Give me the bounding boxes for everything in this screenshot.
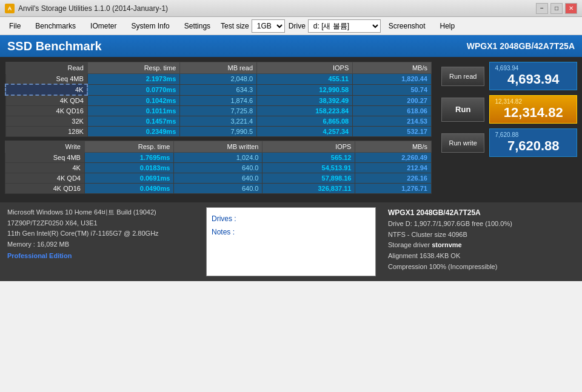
testsize-select[interactable]: 1GB	[252, 19, 285, 33]
bottom-sysinfo: Microsoft Windows 10 Home 64비트 Build (19…	[0, 202, 201, 281]
menu-iometer[interactable]: IOmeter	[84, 19, 123, 33]
table-row: 4K QD16 0.1011ms 7,725.8 158,223.84 618.…	[5, 106, 432, 116]
resp-time: 0.2349ms	[87, 127, 179, 137]
bottom-driveinfo: WPGX1 2048GB/42A7T25A Drive D: 1,907.7/1…	[381, 202, 582, 281]
mbs: 200.27	[353, 95, 432, 106]
iops: 158,223.84	[257, 106, 353, 116]
row-label: 4K QD16	[5, 106, 87, 116]
row-label: 4K	[5, 84, 87, 95]
mbs: 214.53	[353, 116, 432, 127]
row-label: Seq 4MB	[5, 74, 87, 85]
mbs: 226.16	[355, 173, 432, 184]
pro-edition-label: Professional Edition	[7, 251, 194, 262]
iops: 326,837.11	[263, 184, 355, 194]
row-label: 32K	[5, 116, 87, 127]
mb-read: 7,725.8	[180, 106, 257, 116]
row-label: 128K	[5, 127, 87, 137]
iops: 455.11	[257, 74, 353, 85]
table-row: Seq 4MB 1.7695ms 1,024.0 565.12 2,260.49	[5, 153, 432, 163]
alignment-info: Alignment 1638.4KB OK	[388, 251, 575, 262]
window-controls: − □ ✕	[536, 3, 577, 14]
app-icon: A	[5, 4, 15, 13]
read-resptime-header: Resp. time	[87, 62, 179, 74]
resp-time: 0.0691ms	[84, 173, 173, 184]
drive-control: Drive d: [새 볼륨]	[289, 19, 381, 33]
table-row: 4K QD16 0.0490ms 640.0 326,837.11 1,276.…	[5, 184, 432, 194]
mb-written: 640.0	[174, 163, 263, 173]
read-score-value: 4,693.94	[495, 71, 572, 87]
storage-driver-info: Storage driver stornvme	[388, 240, 575, 251]
resp-time: 0.0183ms	[84, 163, 173, 173]
mbs: 1,276.71	[355, 184, 432, 194]
drives-label: Drives :	[212, 213, 370, 226]
benchmark-area: Read Resp. time MB read IOPS MB/s Seq 4M…	[0, 57, 436, 202]
menu-help[interactable]: Help	[433, 19, 462, 33]
drive-identifier: WPGX1 2048GB/42A7T25A	[467, 41, 575, 51]
mb-written: 640.0	[174, 173, 263, 184]
iops: 57,898.16	[263, 173, 355, 184]
bottom-bar: Microsoft Windows 10 Home 64비트 Build (19…	[0, 202, 582, 281]
drive-name: WPGX1 2048GB/42A7T25A	[388, 207, 575, 219]
mb-read: 1,874.6	[180, 95, 257, 106]
menu-benchmarks[interactable]: Benchmarks	[28, 19, 82, 33]
overall-score-box: 12,314.82 12,314.82	[489, 95, 577, 124]
sys-line2: 17Z90P/T2ZF0250 X64, U3E1	[7, 218, 194, 229]
table-row: 128K 0.2349ms 7,990.5 4,257.34 532.17	[5, 127, 432, 137]
read-table: Read Resp. time MB read IOPS MB/s Seq 4M…	[5, 62, 432, 137]
table-row: 4K QD4 0.0691ms 640.0 57,898.16 226.16	[5, 173, 432, 184]
iops: 12,990.58	[257, 84, 353, 95]
right-panel: Run read 4,693.94 4,693.94 Run 12,314.82…	[436, 57, 582, 202]
iops: 4,257.34	[257, 127, 353, 137]
resp-time: 0.0770ms	[87, 84, 179, 95]
row-label: 4K QD4	[5, 95, 87, 106]
app-icon-letter: A	[8, 5, 12, 12]
main-content: Read Resp. time MB read IOPS MB/s Seq 4M…	[0, 57, 582, 202]
maximize-button[interactable]: □	[550, 3, 563, 14]
minimize-button[interactable]: −	[536, 3, 548, 14]
overall-score-row: Run 12,314.82 12,314.82	[441, 95, 577, 124]
resp-time: 1.7695ms	[84, 153, 173, 163]
drive-select[interactable]: d: [새 볼륨]	[308, 19, 381, 33]
write-mbs-header: MB/s	[355, 141, 432, 153]
iops: 38,392.49	[257, 95, 353, 106]
mb-read: 634.3	[180, 84, 257, 95]
resp-time: 0.1042ms	[87, 95, 179, 106]
run-read-button[interactable]: Run read	[441, 67, 484, 86]
mbs: 2,260.49	[355, 153, 432, 163]
table-row: 4K 0.0183ms 640.0 54,513.91 212.94	[5, 163, 432, 173]
bottom-notes[interactable]: Drives : Notes :	[206, 207, 376, 276]
mb-read: 7,990.5	[180, 127, 257, 137]
title-bar-left: A Anvil's Storage Utilities 1.1.0 (2014-…	[5, 4, 168, 13]
menu-file[interactable]: File	[2, 19, 27, 33]
drive-label: Drive	[289, 22, 306, 30]
sys-line4: Memory : 16,092 MB	[7, 239, 194, 250]
write-score-value: 7,620.88	[495, 138, 572, 154]
drive-info2: NTFS - Cluster size 4096B	[388, 230, 575, 241]
mbs: 1,820.44	[353, 74, 432, 85]
mbs: 50.74	[353, 84, 432, 95]
read-score-box: 4,693.94 4,693.94	[489, 62, 577, 90]
sys-line3: 11th Gen Intel(R) Core(TM) i7-1165G7 @ 2…	[7, 228, 194, 239]
run-button[interactable]: Run	[441, 98, 484, 122]
run-write-button[interactable]: Run write	[441, 133, 484, 153]
write-table: Write Resp. time MB written IOPS MB/s Se…	[5, 141, 432, 194]
app-title: SSD Benchmark	[7, 39, 102, 53]
write-score-box: 7,620.88 7,620.88	[489, 128, 577, 157]
read-mb-header: MB read	[180, 62, 257, 74]
menu-settings[interactable]: Settings	[178, 19, 217, 33]
table-row: 4K 0.0770ms 634.3 12,990.58 50.74	[5, 84, 432, 95]
read-score-label: 4,693.94	[495, 65, 572, 71]
resp-time: 2.1973ms	[87, 74, 179, 85]
row-label: 4K QD16	[5, 184, 85, 194]
menu-screenshot[interactable]: Screenshot	[382, 19, 432, 33]
compression-info: Compression 100% (Incompressible)	[388, 262, 575, 273]
mbs: 532.17	[353, 127, 432, 137]
write-resptime-header: Resp. time	[84, 141, 173, 153]
resp-time: 0.1011ms	[87, 106, 179, 116]
menu-sysinfo[interactable]: System Info	[124, 19, 176, 33]
drive-info1: Drive D: 1,907.7/1,907.6GB free (100.0%)	[388, 219, 575, 230]
read-mbs-header: MB/s	[353, 62, 432, 74]
read-col-header: Read	[5, 62, 87, 74]
write-score-row: Run write 7,620.88 7,620.88	[441, 128, 577, 157]
close-button[interactable]: ✕	[565, 3, 577, 14]
